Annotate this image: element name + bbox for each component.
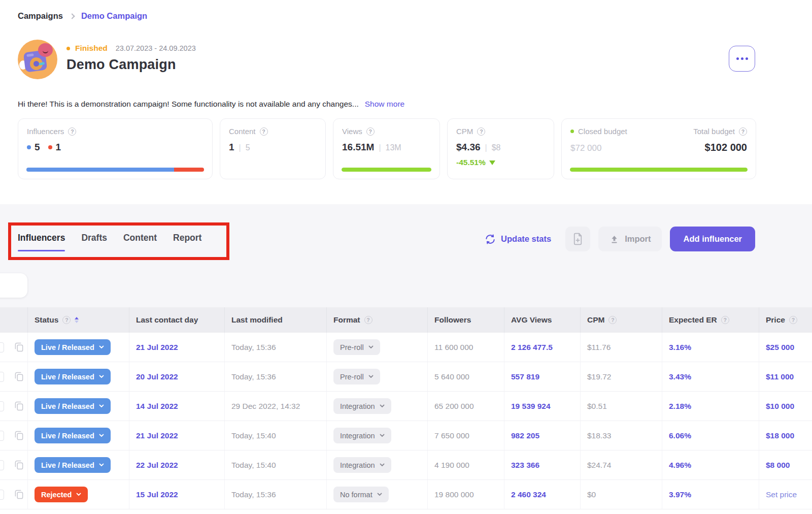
duplicate-row-button[interactable] bbox=[13, 400, 25, 412]
expected-er-link[interactable]: 3.43% bbox=[669, 372, 691, 381]
header-last-contact[interactable]: Last contact day bbox=[129, 307, 225, 333]
stats-cards: Influencers ? 5 1 Content ? 1 | 5 Views bbox=[18, 118, 756, 179]
format-dropdown[interactable]: No format bbox=[333, 487, 389, 502]
help-icon[interactable]: ? bbox=[364, 316, 373, 324]
cpm-total: $8 bbox=[492, 143, 501, 152]
expected-er-link[interactable]: 4.96% bbox=[669, 461, 691, 470]
tab-content[interactable]: Content bbox=[123, 233, 157, 251]
duplicate-row-button[interactable] bbox=[13, 429, 25, 442]
cpm-value: $0 bbox=[587, 490, 596, 499]
status-dropdown[interactable]: Rejected bbox=[35, 487, 88, 502]
campaign-avatar bbox=[18, 40, 57, 79]
price-link[interactable]: $11 000 bbox=[766, 372, 794, 381]
status-dropdown[interactable]: Live / Released bbox=[35, 428, 111, 443]
format-dropdown[interactable]: Pre-roll bbox=[333, 369, 380, 384]
help-icon[interactable]: ? bbox=[62, 316, 71, 324]
header-status[interactable]: Status ? bbox=[28, 307, 129, 333]
price-link[interactable]: $10 000 bbox=[766, 402, 794, 411]
copy-icon bbox=[14, 401, 24, 411]
help-icon[interactable]: ? bbox=[477, 127, 485, 136]
avg-views-link[interactable]: 982 205 bbox=[511, 431, 539, 440]
price-link[interactable]: Set price bbox=[766, 490, 797, 499]
cropped-icon bbox=[0, 372, 4, 382]
chevron-down-icon bbox=[380, 404, 385, 408]
format-dropdown[interactable]: Integration bbox=[333, 398, 391, 414]
chevron-down-icon bbox=[99, 375, 104, 378]
import-button[interactable]: Import bbox=[598, 227, 662, 251]
add-influencer-button[interactable]: Add influencer bbox=[670, 227, 755, 251]
closed-budget-label: Closed budget bbox=[578, 127, 627, 136]
help-icon[interactable]: ? bbox=[721, 316, 729, 324]
format-dropdown[interactable]: Pre-roll bbox=[333, 339, 380, 355]
last-modified-value: Today, 15:40 bbox=[231, 431, 276, 440]
tab-influencers[interactable]: Influencers bbox=[18, 233, 65, 251]
header-last-modified[interactable]: Last modified bbox=[225, 307, 327, 333]
avg-views-link[interactable]: 2 126 477.5 bbox=[511, 343, 553, 352]
copy-icon bbox=[14, 489, 24, 500]
price-link[interactable]: $8 000 bbox=[766, 461, 790, 470]
last-contact-link[interactable]: 22 Jul 2022 bbox=[136, 461, 178, 470]
duplicate-row-button[interactable] bbox=[13, 488, 25, 501]
last-contact-link[interactable]: 15 Jul 2022 bbox=[136, 490, 178, 499]
tab-drafts[interactable]: Drafts bbox=[81, 233, 107, 251]
duplicate-row-button[interactable] bbox=[13, 370, 25, 383]
duplicate-row-button[interactable] bbox=[13, 459, 25, 471]
chevron-down-icon bbox=[76, 493, 81, 496]
floating-panel[interactable] bbox=[0, 273, 27, 298]
sync-icon bbox=[485, 234, 496, 245]
breadcrumb-campaigns[interactable]: Campaigns bbox=[18, 11, 63, 21]
more-options-button[interactable] bbox=[729, 46, 755, 72]
followers-value: 4 190 000 bbox=[434, 461, 469, 470]
help-icon[interactable]: ? bbox=[366, 127, 375, 136]
header-format[interactable]: Format? bbox=[327, 307, 428, 333]
export-file-button[interactable] bbox=[565, 227, 590, 251]
row-icons-cell bbox=[0, 480, 28, 509]
status-dropdown[interactable]: Live / Released bbox=[35, 398, 111, 414]
table-row: Live / Released 14 Jul 2022 29 Dec 2022,… bbox=[0, 392, 812, 421]
last-contact-link[interactable]: 21 Jul 2022 bbox=[136, 343, 178, 352]
format-dropdown[interactable]: Integration bbox=[333, 428, 391, 443]
copy-icon bbox=[14, 371, 24, 382]
upload-icon bbox=[610, 234, 619, 244]
avg-views-link[interactable]: 2 460 324 bbox=[511, 490, 546, 499]
price-link[interactable]: $18 000 bbox=[766, 431, 794, 440]
total-budget-label: Total budget bbox=[693, 127, 735, 136]
chevron-down-icon bbox=[380, 434, 385, 437]
status-dropdown[interactable]: Live / Released bbox=[35, 369, 111, 384]
format-dropdown[interactable]: Integration bbox=[333, 457, 391, 473]
show-more-link[interactable]: Show more bbox=[365, 100, 404, 108]
avg-views-link[interactable]: 19 539 924 bbox=[511, 402, 551, 411]
last-contact-link[interactable]: 21 Jul 2022 bbox=[136, 431, 178, 440]
help-icon[interactable]: ? bbox=[789, 316, 797, 324]
price-link[interactable]: $25 000 bbox=[766, 343, 794, 352]
expected-er-link[interactable]: 2.18% bbox=[669, 402, 691, 411]
avg-views-link[interactable]: 557 819 bbox=[511, 372, 539, 381]
status-dropdown[interactable]: Live / Released bbox=[35, 339, 111, 355]
help-icon[interactable]: ? bbox=[739, 127, 747, 136]
sort-icon[interactable] bbox=[75, 317, 79, 323]
status-dropdown[interactable]: Live / Released bbox=[35, 457, 111, 473]
breadcrumb-current: Demo Campaign bbox=[81, 11, 147, 21]
avg-views-link[interactable]: 323 366 bbox=[511, 461, 539, 470]
expected-er-link[interactable]: 6.06% bbox=[669, 431, 691, 440]
content-value: 1 bbox=[229, 142, 234, 153]
header-avg-views[interactable]: AVG Views bbox=[504, 307, 581, 333]
last-contact-link[interactable]: 14 Jul 2022 bbox=[136, 402, 178, 411]
expected-er-link[interactable]: 3.97% bbox=[669, 490, 691, 499]
table-row: Live / Released 21 Jul 2022 Today, 15:36… bbox=[0, 333, 812, 362]
help-icon[interactable]: ? bbox=[608, 316, 617, 324]
help-icon[interactable]: ? bbox=[68, 127, 76, 136]
tab-report[interactable]: Report bbox=[173, 233, 201, 251]
header-cpm[interactable]: CPM? bbox=[581, 307, 662, 333]
header-expected-er[interactable]: Expected ER? bbox=[662, 307, 759, 333]
header-followers[interactable]: Followers bbox=[428, 307, 504, 333]
budget-progress-bar bbox=[570, 168, 748, 172]
cpm-value: $18.33 bbox=[587, 431, 611, 440]
expected-er-link[interactable]: 3.16% bbox=[669, 343, 691, 352]
help-icon[interactable]: ? bbox=[260, 127, 268, 136]
header-price[interactable]: Price? bbox=[759, 307, 812, 333]
red-dot-icon bbox=[48, 145, 52, 149]
last-contact-link[interactable]: 20 Jul 2022 bbox=[136, 372, 178, 381]
duplicate-row-button[interactable] bbox=[13, 341, 25, 354]
update-stats-button[interactable]: Update stats bbox=[485, 234, 551, 245]
